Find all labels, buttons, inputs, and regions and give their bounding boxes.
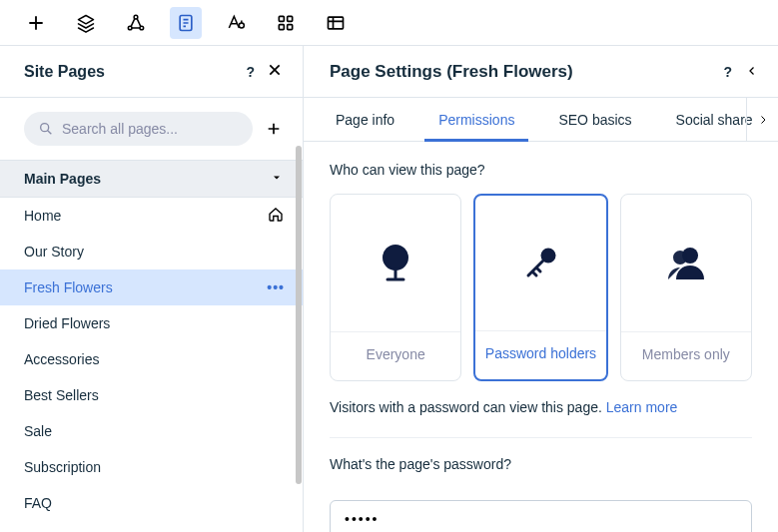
page-item-label: Dried Flowers [24,315,110,331]
sidebar-title: Site Pages [24,63,105,81]
page-settings-panel: Page Settings (Fresh Flowers) ? Page inf… [304,46,778,532]
members-icon [621,195,751,331]
svg-rect-7 [279,24,284,29]
page-item-label: Sale [24,423,52,439]
svg-point-10 [41,124,49,132]
panel-header: Page Settings (Fresh Flowers) ? [304,46,778,98]
tool-plus[interactable] [20,7,52,39]
page-item-label: Home [24,208,61,224]
page-item-label: Accessories [24,351,99,367]
help-icon[interactable]: ? [246,64,255,80]
page-item-label: Fresh Flowers [24,279,113,295]
page-item-label: FAQ [24,495,52,511]
sidebar-header: Site Pages ? [0,46,303,98]
key-icon [475,196,605,330]
globe-icon [331,195,460,331]
who-can-view-label: Who can view this page? [330,162,752,178]
option-everyone[interactable]: Everyone [330,194,461,381]
tab-seo-basics[interactable]: SEO basics [536,98,653,141]
help-icon[interactable]: ? [723,64,732,80]
option-label: Members only [621,331,751,362]
page-item-home[interactable]: Home [0,198,303,234]
svg-rect-8 [288,24,293,29]
description-text: Visitors with a password can view this p… [330,399,606,415]
page-item-subscription[interactable]: Subscription [0,449,303,485]
main-pages-label: Main Pages [24,171,101,187]
page-item-fresh-flowers[interactable]: Fresh Flowers••• [0,269,303,305]
svg-point-0 [134,15,138,19]
divider [330,437,752,438]
page-item-best-sellers[interactable]: Best Sellers [0,377,303,413]
collapse-icon[interactable] [746,64,758,80]
page-item-accessories[interactable]: Accessories [0,341,303,377]
tool-apps[interactable] [270,7,302,39]
svg-point-15 [673,251,687,265]
svg-point-2 [140,26,144,30]
tool-table[interactable] [320,7,352,39]
page-item-label: Our Story [24,244,84,260]
svg-point-1 [128,26,132,30]
option-members-only[interactable]: Members only [620,194,752,381]
chevron-down-icon [271,171,283,187]
home-icon [267,206,285,227]
option-label: Password holders [475,330,605,361]
svg-rect-5 [279,16,284,21]
panel-body: Who can view this page? EveryonePassword… [304,142,778,532]
add-page-button[interactable] [263,118,285,140]
svg-rect-9 [329,17,344,29]
page-item-label: Subscription [24,459,101,475]
svg-point-4 [239,23,244,28]
tool-text-style[interactable] [220,7,252,39]
more-icon[interactable]: ••• [267,279,285,295]
page-item-dried-flowers[interactable]: Dried Flowers [0,305,303,341]
search-row [0,98,303,160]
tool-page[interactable] [170,7,202,39]
tab-permissions[interactable]: Permissions [416,98,536,141]
tab-page-info[interactable]: Page info [314,98,416,141]
settings-tabs: Page infoPermissionsSEO basicsSocial sha… [304,98,778,142]
learn-more-link[interactable]: Learn more [606,399,678,415]
top-toolbar [0,0,778,46]
option-label: Everyone [331,331,460,362]
page-item-label: Best Sellers [24,387,99,403]
search-input[interactable] [62,121,239,137]
close-icon[interactable] [267,62,283,81]
scrollbar[interactable] [295,146,303,522]
main-pages-header[interactable]: Main Pages [0,160,303,198]
tool-share-nodes[interactable] [120,7,152,39]
password-question: What's the page's password? [330,456,752,472]
site-pages-sidebar: Site Pages ? Main Pages HomeOur Stor [0,46,304,532]
option-password-holders[interactable]: Password holders [473,194,607,381]
panel-title: Page Settings (Fresh Flowers) [330,62,573,82]
page-item-faq[interactable]: FAQ [0,485,303,521]
password-input[interactable] [330,500,752,532]
tabs-scroll-right[interactable] [746,98,778,141]
search-box[interactable] [24,112,253,146]
pages-list: HomeOur StoryFresh Flowers•••Dried Flowe… [0,198,303,532]
search-icon [38,121,54,137]
tool-layers[interactable] [70,7,102,39]
page-item-sale[interactable]: Sale [0,413,303,449]
permission-options: EveryonePassword holdersMembers only [330,194,752,381]
page-item-our-story[interactable]: Our Story [0,234,303,269]
svg-rect-6 [288,16,293,21]
permission-description: Visitors with a password can view this p… [330,399,752,415]
